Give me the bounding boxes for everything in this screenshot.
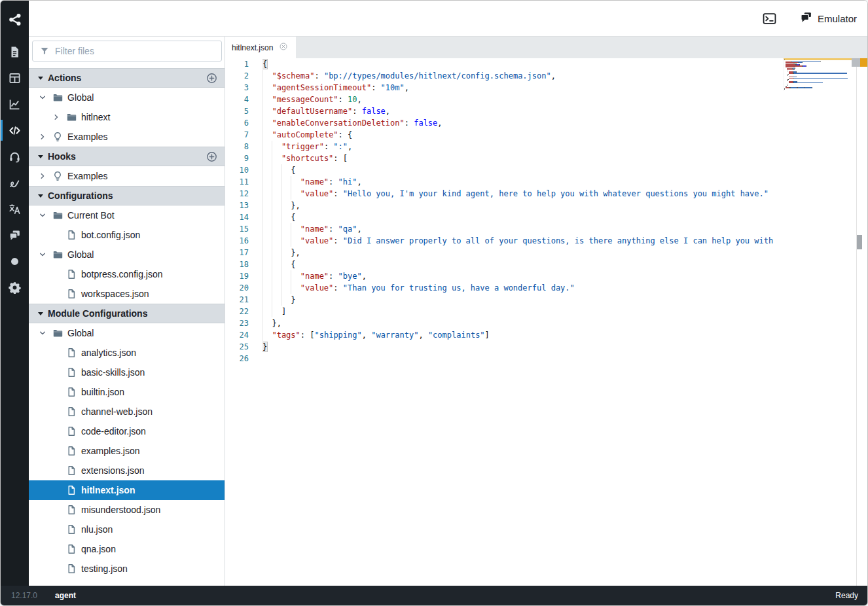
nav-item-gear-icon[interactable] [1,274,29,300]
minimap[interactable] [784,60,853,91]
section-header-actions[interactable]: Actions [29,68,225,88]
add-button[interactable] [206,151,217,162]
nav-item-line-chart-icon[interactable] [1,91,29,117]
file-icon [66,426,77,437]
file-icon [66,367,77,378]
file-item-builtin-json[interactable]: builtin.json [29,382,225,402]
code-line-13: 13}, [225,200,784,211]
status-bar: 12.17.0 agent Ready [1,586,867,605]
funnel-icon [39,46,50,59]
file-item-extensions-json[interactable]: extensions.json [29,461,225,480]
code-line-24: 24"tags": ["shipping", "warranty", "comp… [225,329,784,341]
code-line-3: 3"agentSessionTimeout": "10m", [225,82,784,94]
file-icon [66,406,77,417]
tree-item-global[interactable]: Global [29,245,225,264]
code-line-20: 20"value": "Than you for trusting us, ha… [225,282,784,294]
code-line-5: 5"defaultUsername": false, [225,105,784,117]
file-item-examples-json[interactable]: examples.json [29,441,225,461]
code-line-16: 16"value": "Did I answer properly to all… [225,235,784,247]
nav-item-headset-icon[interactable] [1,143,29,169]
nav-item-chat-bubbles-icon[interactable] [1,222,29,248]
nav-item-scribble-icon[interactable] [1,169,29,196]
code-line-23: 23}, [225,317,784,329]
emulator-button[interactable]: Emulator [800,11,857,26]
file-item-analytics-json[interactable]: analytics.json [29,343,225,363]
editor-scrollbar-thumb[interactable] [852,58,860,67]
nav-item-dot-icon[interactable] [1,248,29,274]
tree-item-global[interactable]: Global [29,88,225,107]
botpress-code-editor-window: Emulator ActionsGlobalhitlnextExamplesHo… [0,0,868,606]
overview-ruler-divider [856,58,857,586]
code-line-26: 26 [225,353,784,365]
tree-item-examples[interactable]: Examples [29,127,225,147]
terminal-button[interactable] [763,12,776,26]
lightbulb-icon [52,171,63,181]
nav-item-layout-panels-icon[interactable] [1,65,29,91]
section-header-hooks[interactable]: Hooks [29,147,225,166]
tab-hitlnext-json[interactable]: hitlnext.json [225,37,296,58]
nav-item-code-icon[interactable] [1,117,29,143]
section-header-configurations[interactable]: Configurations [29,186,225,205]
code-line-4: 4"messageCount": 10, [225,94,784,105]
file-icon [66,348,77,358]
code-line-8: 8"trigger": ":", [225,141,784,152]
file-tree-sidebar: ActionsGlobalhitlnextExamplesHooksExampl… [29,37,225,586]
caret-down-icon [38,312,43,315]
code-line-6: 6"enableConversationDeletion": false, [225,117,784,129]
code-line-11: 11"name": "hi", [225,176,784,188]
share-icon[interactable] [1,9,29,31]
file-icon [66,446,77,456]
file-item-code-editor-json[interactable]: code-editor.json [29,421,225,441]
filter-files-input[interactable] [32,41,222,62]
file-icon [66,485,77,495]
file-icon [66,230,77,240]
chevron-down-icon [38,93,47,102]
file-item-testing-json[interactable]: testing.json [29,559,225,579]
top-bar: Emulator [29,1,867,37]
file-item-workspaces-json[interactable]: workspaces.json [29,284,225,304]
code-line-21: 21} [225,294,784,306]
file-item-botpress-config-json[interactable]: botpress.config.json [29,264,225,284]
section-header-module-configurations[interactable]: Module Configurations [29,304,225,323]
nav-item-translate-icon[interactable] [1,196,29,222]
nav-item-document-icon[interactable] [1,39,29,65]
folder-icon [52,249,63,260]
file-item-misunderstood-json[interactable]: misunderstood.json [29,500,225,520]
tree-item-hitlnext[interactable]: hitlnext [29,107,225,127]
caret-down-icon [38,77,43,80]
code-line-15: 15"name": "qa", [225,223,784,235]
panel-scrollbar-thumb[interactable] [857,235,862,249]
status-ready-label: Ready [835,591,858,600]
add-button[interactable] [206,73,217,84]
tree-item-global[interactable]: Global [29,323,225,343]
file-item-basic-skills-json[interactable]: basic-skills.json [29,363,225,382]
tree-item-current-bot[interactable]: Current Bot [29,205,225,225]
file-item-qna-json[interactable]: qna.json [29,539,225,559]
code-line-22: 22] [225,306,784,317]
file-item-hitlnext-json[interactable]: hitlnext.json [29,480,225,500]
code-line-25: 25} [225,341,784,353]
editor-tab-strip: hitlnext.json [225,37,867,58]
folder-icon [52,210,63,221]
code-editor-content[interactable]: 1{2"$schema": "bp://types/modules/hitlne… [225,58,784,365]
tree-item-examples[interactable]: Examples [29,166,225,186]
file-icon [66,524,77,535]
code-line-12: 12"value": "Hello you, I'm your kind age… [225,188,784,200]
agent-label: agent [55,591,76,600]
file-item-nlu-json[interactable]: nlu.json [29,520,225,539]
lightbulb-icon [52,132,63,142]
file-item-channel-web-json[interactable]: channel-web.json [29,402,225,421]
chevron-right-icon [52,113,61,122]
file-icon [66,465,77,476]
code-editor: 1{2"$schema": "bp://types/modules/hitlne… [225,58,867,586]
code-line-7: 7"autoComplete": { [225,129,784,141]
code-line-2: 2"$schema": "bp://types/modules/hitlnext… [225,70,784,82]
code-line-18: 18{ [225,258,784,270]
tab-close-icon[interactable] [279,42,288,54]
file-icon [66,505,77,515]
code-line-9: 9"shortcuts": [ [225,152,784,164]
chevron-down-icon [38,211,47,220]
file-item-bot-config-json[interactable]: bot.config.json [29,225,225,245]
file-icon [66,563,77,574]
code-line-14: 14{ [225,211,784,223]
